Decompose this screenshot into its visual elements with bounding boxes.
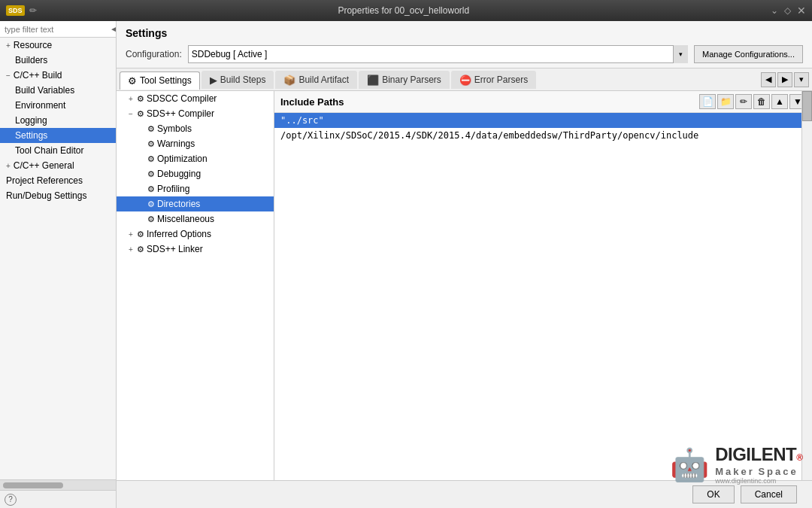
tree-item-label: SDS++ Linker bbox=[147, 244, 203, 254]
detail-title: Include Paths bbox=[280, 96, 344, 108]
sidebar-item-resource[interactable]: + Resource bbox=[0, 38, 116, 53]
tab-label: Tool Settings bbox=[140, 75, 192, 86]
tab-binary-parsers[interactable]: ⬛ Binary Parsers bbox=[359, 71, 450, 89]
tab-label: Build Steps bbox=[220, 75, 266, 85]
tree-item-label: Symbols bbox=[157, 123, 192, 134]
tree-item-label: SDSCC Compiler bbox=[147, 93, 217, 104]
detail-panel: Include Paths 📄 📁 ✏ 🗑 ▲ ▼ "../src" /opt/… bbox=[274, 91, 812, 480]
tab-build-artifact[interactable]: 📦 Build Artifact bbox=[275, 71, 357, 89]
ok-button[interactable]: OK bbox=[692, 485, 734, 503]
tree-panel: + ⚙ SDSCC Compiler − ⚙ SDS++ Compiler ⚙ … bbox=[117, 91, 274, 480]
tab-label: Error Parsers bbox=[474, 75, 528, 85]
config-select[interactable]: SDDebug [ Active ] bbox=[188, 45, 688, 63]
tab-forward-button[interactable]: ▶ bbox=[777, 72, 792, 87]
sidebar-item-settings[interactable]: Settings bbox=[0, 128, 116, 143]
tree-item-sdscc[interactable]: + ⚙ SDSCC Compiler bbox=[117, 91, 274, 106]
tree-item-label: Miscellaneous bbox=[157, 214, 214, 224]
gear-icon: ⚙ bbox=[147, 199, 155, 209]
chevron-down-icon[interactable]: ⌄ bbox=[771, 5, 778, 16]
move-up-button[interactable]: ▲ bbox=[771, 94, 788, 109]
tab-back-button[interactable]: ◀ bbox=[761, 72, 776, 87]
sidebar-item-cpp-build[interactable]: − C/C++ Build bbox=[0, 68, 116, 83]
detail-header: Include Paths 📄 📁 ✏ 🗑 ▲ ▼ bbox=[274, 91, 812, 113]
close-icon[interactable]: ✕ bbox=[797, 5, 806, 17]
sidebar-item-cpp-general[interactable]: + C/C++ General bbox=[0, 158, 116, 173]
sidebar-item-project-references[interactable]: Project References bbox=[0, 173, 116, 188]
edit-button[interactable]: ✏ bbox=[735, 94, 752, 109]
sidebar-label: Project References bbox=[6, 175, 83, 186]
diamond-icon[interactable]: ◇ bbox=[784, 5, 791, 16]
tab-error-parsers[interactable]: ⛔ Error Parsers bbox=[451, 71, 536, 89]
tree-item-profiling[interactable]: ⚙ Profiling bbox=[117, 181, 274, 196]
sidebar-filter: ◀ bbox=[0, 21, 116, 38]
tree-item-inferred-options[interactable]: + ⚙ Inferred Options bbox=[117, 227, 274, 242]
scrollbar-vertical[interactable] bbox=[801, 91, 812, 480]
sidebar-label: Tool Chain Editor bbox=[15, 145, 83, 156]
tree-item-directories[interactable]: ⚙ Directories bbox=[117, 196, 274, 211]
tree-item-optimization[interactable]: ⚙ Optimization bbox=[117, 151, 274, 166]
tree-item-sdspp-linker[interactable]: + ⚙ SDS++ Linker bbox=[117, 242, 274, 257]
manage-configurations-button[interactable]: Manage Configurations... bbox=[694, 45, 803, 63]
sidebar-label: Build Variables bbox=[15, 85, 74, 96]
filter-clear-icon[interactable]: ◀ bbox=[111, 24, 117, 34]
tab-build-steps[interactable]: ▶ Build Steps bbox=[201, 71, 274, 89]
cancel-button[interactable]: Cancel bbox=[741, 485, 797, 503]
error-parsers-tab-icon: ⛔ bbox=[459, 75, 471, 86]
gear-icon: ⚙ bbox=[137, 109, 144, 119]
tree-item-label: Directories bbox=[157, 199, 200, 209]
binary-parsers-tab-icon: ⬛ bbox=[367, 75, 379, 86]
delete-button[interactable]: 🗑 bbox=[753, 94, 770, 109]
tree-item-label: Inferred Options bbox=[147, 229, 211, 239]
add-folder-button[interactable]: 📁 bbox=[717, 94, 734, 109]
sidebar-help: ? bbox=[0, 490, 116, 508]
tree-item-label: Profiling bbox=[157, 184, 189, 194]
tab-menu-button[interactable]: ▾ bbox=[794, 72, 809, 87]
settings-header: Settings Configuration: SDDebug [ Active… bbox=[117, 21, 812, 68]
gear-icon: ⚙ bbox=[147, 184, 155, 194]
sidebar-label: Run/Debug Settings bbox=[6, 190, 86, 201]
tool-settings-tab-icon: ⚙ bbox=[128, 75, 137, 87]
sidebar-scrollbar[interactable] bbox=[0, 479, 116, 490]
tree-item-sdspp[interactable]: − ⚙ SDS++ Compiler bbox=[117, 106, 274, 121]
title-bar-title: Properties for 00_ocv_helloworld bbox=[37, 5, 771, 16]
tree-item-label: Warnings bbox=[157, 138, 195, 149]
sidebar-item-environment[interactable]: Environment bbox=[0, 98, 116, 113]
expand-icon: + bbox=[127, 230, 135, 239]
build-artifact-tab-icon: 📦 bbox=[283, 75, 295, 86]
expand-icon: + bbox=[127, 245, 135, 254]
sidebar-item-run-debug[interactable]: Run/Debug Settings bbox=[0, 188, 116, 203]
tree-item-symbols[interactable]: ⚙ Symbols bbox=[117, 121, 274, 136]
scrollbar-thumb[interactable] bbox=[802, 91, 812, 121]
sidebar-item-build-variables[interactable]: Build Variables bbox=[0, 83, 116, 98]
help-icon[interactable]: ? bbox=[5, 494, 17, 506]
tabs-bar: ⚙ Tool Settings ▶ Build Steps 📦 Build Ar… bbox=[117, 68, 812, 91]
sidebar-label: Builders bbox=[15, 55, 47, 65]
gear-icon: ⚙ bbox=[137, 94, 144, 104]
tab-tool-settings[interactable]: ⚙ Tool Settings bbox=[120, 71, 200, 90]
main-layout: ◀ + Resource Builders − C/C++ Build Buil… bbox=[0, 21, 812, 508]
tree-item-miscellaneous[interactable]: ⚙ Miscellaneous bbox=[117, 211, 274, 227]
detail-content: "../src" /opt/Xilinx/SDSoC/2015.4/SDK/20… bbox=[274, 113, 812, 480]
gear-icon: ⚙ bbox=[147, 124, 155, 134]
detail-row[interactable]: "../src" bbox=[274, 113, 812, 128]
tab-label: Build Artifact bbox=[298, 75, 349, 85]
tree-item-label: Debugging bbox=[157, 169, 201, 179]
sidebar-item-logging[interactable]: Logging bbox=[0, 113, 116, 128]
detail-toolbar: 📄 📁 ✏ 🗑 ▲ ▼ bbox=[699, 94, 806, 109]
settings-title: Settings bbox=[126, 27, 803, 39]
gear-icon: ⚙ bbox=[147, 154, 155, 164]
tree-item-warnings[interactable]: ⚙ Warnings bbox=[117, 136, 274, 151]
gear-icon: ⚙ bbox=[137, 230, 144, 239]
sidebar-item-builders[interactable]: Builders bbox=[0, 53, 116, 68]
tree-item-label: SDS++ Compiler bbox=[147, 108, 214, 119]
gear-icon: ⚙ bbox=[147, 214, 155, 224]
sidebar-label: Environment bbox=[15, 100, 65, 111]
tree-item-debugging[interactable]: ⚙ Debugging bbox=[117, 166, 274, 181]
sidebar-item-tool-chain-editor[interactable]: Tool Chain Editor bbox=[0, 143, 116, 158]
filter-input[interactable] bbox=[5, 25, 108, 34]
expand-icon: + bbox=[6, 162, 11, 170]
sidebar: ◀ + Resource Builders − C/C++ Build Buil… bbox=[0, 21, 117, 508]
detail-row[interactable]: /opt/Xilinx/SDSoC/2015.4/SDK/2015.4/data… bbox=[274, 128, 812, 143]
add-file-button[interactable]: 📄 bbox=[699, 94, 716, 109]
sidebar-label: C/C++ General bbox=[14, 160, 74, 171]
